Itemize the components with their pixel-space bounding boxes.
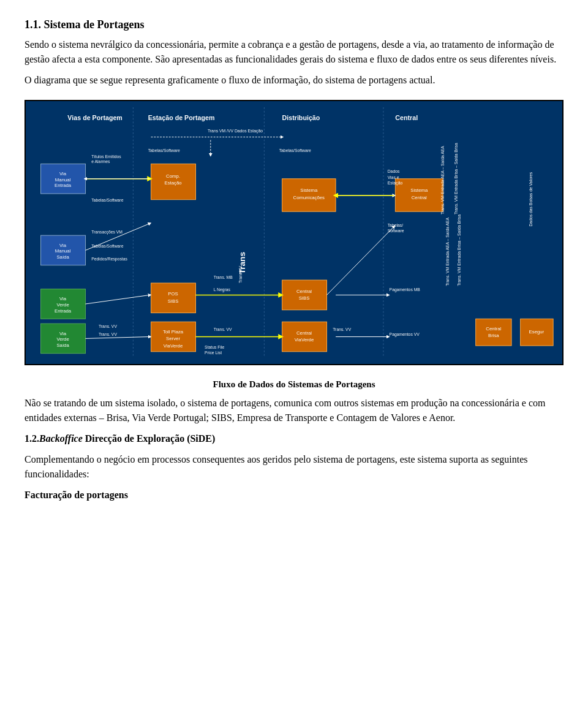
- paragraph-1: Sendo o sistema nevrálgico da concession…: [24, 37, 564, 67]
- svg-text:Estação de Portagem: Estação de Portagem: [148, 114, 215, 121]
- svg-text:Trans. VM Entrada Brisa – Saíd: Trans. VM Entrada Brisa – Saída Brisa: [457, 214, 461, 286]
- svg-text:Status File: Status File: [205, 345, 224, 349]
- diagram-caption: Fluxo de Dados do Sistemas de Portagens: [24, 377, 564, 392]
- section-number: 1.2.: [24, 433, 39, 444]
- svg-text:Tabelas/Software: Tabelas/Software: [279, 148, 311, 153]
- svg-text:Vias de Portagem: Vias de Portagem: [67, 114, 123, 121]
- paragraph-3: Não se tratando de um sistema isolado, o…: [24, 396, 564, 425]
- svg-text:Trans. VM Entrada AEA – Saída : Trans. VM Entrada AEA – Saída AEA: [445, 217, 450, 286]
- svg-text:Sistema: Sistema: [300, 188, 318, 193]
- svg-text:Tabelas/Software: Tabelas/Software: [148, 148, 180, 153]
- svg-text:Títulos Emitidos: Títulos Emitidos: [91, 154, 121, 159]
- svg-text:Dados das Bolsas de Valores: Dados das Bolsas de Valores: [529, 172, 533, 226]
- section-rest: Direcção de Exploração (SiDE): [83, 433, 216, 444]
- diagram-container: Vias de Portagem Estação de Portagem Dis…: [24, 100, 564, 365]
- svg-text:Trans. VM Entrada AEA – Saída : Trans. VM Entrada AEA – Saída AEA: [440, 146, 445, 214]
- svg-text:L Negras: L Negras: [214, 287, 231, 292]
- svg-text:Trans VM /VV Dados Estação: Trans VM /VV Dados Estação: [208, 129, 263, 134]
- facturacao-label: Facturação de portagens: [24, 488, 564, 502]
- svg-text:ViaVerde: ViaVerde: [295, 337, 314, 343]
- svg-text:Central: Central: [296, 289, 312, 294]
- svg-text:Estação: Estação: [165, 180, 182, 186]
- svg-text:Vias e: Vias e: [388, 175, 399, 180]
- svg-text:SIBS: SIBS: [168, 298, 179, 304]
- svg-text:Saída: Saída: [56, 254, 69, 260]
- svg-text:Dados: Dados: [388, 169, 400, 173]
- svg-text:Manual: Manual: [55, 177, 71, 183]
- svg-text:Server: Server: [166, 336, 180, 341]
- svg-text:Toll Plaza: Toll Plaza: [163, 329, 184, 335]
- svg-text:SIBS: SIBS: [299, 295, 310, 301]
- svg-text:Tabelas/: Tabelas/: [388, 223, 403, 227]
- svg-text:Entrada: Entrada: [55, 308, 72, 314]
- svg-text:Via: Via: [59, 296, 67, 301]
- svg-text:ViaVerde: ViaVerde: [164, 343, 183, 349]
- svg-text:Via: Via: [59, 243, 67, 248]
- svg-text:Brisa: Brisa: [488, 333, 499, 338]
- svg-text:Trans. VM Entrada Brisa – Saíd: Trans. VM Entrada Brisa – Saída Brisa: [454, 143, 458, 214]
- svg-text:Trans: Trans: [238, 252, 247, 275]
- svg-text:Trans. VV: Trans. VV: [214, 327, 232, 332]
- section-italic: Backoffice: [39, 433, 83, 444]
- paragraph-4: Complementando o negócio em processos co…: [24, 452, 564, 482]
- svg-text:Distribuição: Distribuição: [282, 114, 320, 121]
- flow-diagram: Vias de Portagem Estação de Portagem Dis…: [32, 107, 556, 358]
- svg-text:Comunicações: Comunicações: [293, 195, 325, 200]
- svg-text:Entrada: Entrada: [55, 183, 72, 188]
- section-2-heading: 1.2.Backoffice Direcção de Exploração (S…: [24, 431, 564, 446]
- svg-rect-46: [476, 319, 511, 346]
- svg-text:Central: Central: [412, 195, 427, 200]
- svg-text:Central: Central: [486, 326, 501, 332]
- svg-text:Pagamentos VV: Pagamentos VV: [390, 332, 420, 337]
- svg-text:Esegur: Esegur: [529, 329, 545, 335]
- svg-text:Via: Via: [59, 331, 67, 336]
- svg-text:Price List: Price List: [205, 351, 222, 355]
- svg-text:Trans. VV: Trans. VV: [99, 324, 117, 328]
- svg-text:Central: Central: [395, 114, 418, 121]
- svg-text:Verde: Verde: [56, 302, 69, 308]
- svg-text:Via: Via: [59, 171, 67, 176]
- svg-text:Pedidos/Respostas: Pedidos/Respostas: [91, 257, 127, 262]
- main-heading: 1.1. Sistema de Portagens: [24, 18, 564, 31]
- svg-text:Estação: Estação: [388, 181, 403, 186]
- svg-text:Trans. VV: Trans. VV: [333, 327, 351, 332]
- svg-text:Comp.: Comp.: [166, 173, 180, 179]
- svg-text:POS: POS: [168, 291, 178, 297]
- svg-text:Transacções VM: Transacções VM: [91, 230, 123, 235]
- svg-text:Saída: Saída: [56, 343, 69, 348]
- svg-text:Manual: Manual: [55, 248, 71, 254]
- svg-text:Pagamentos MB: Pagamentos MB: [390, 287, 421, 292]
- svg-text:Trans. VV: Trans. VV: [99, 332, 117, 336]
- svg-text:Tabelas/Software: Tabelas/Software: [91, 198, 123, 202]
- svg-text:Verde: Verde: [56, 336, 69, 342]
- svg-text:Sistema: Sistema: [410, 188, 428, 193]
- svg-text:Central: Central: [296, 330, 312, 336]
- svg-text:Trans. MB: Trans. MB: [214, 275, 233, 279]
- svg-text:e Alarmes: e Alarmes: [91, 159, 110, 164]
- paragraph-2: O diagrama que se segue representa grafi…: [24, 73, 564, 88]
